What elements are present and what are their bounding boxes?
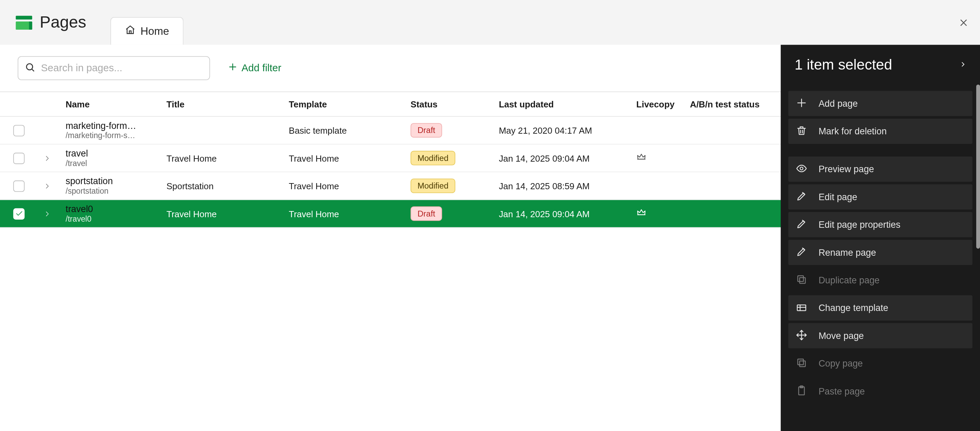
page-name: travel0	[65, 204, 156, 214]
cell-updated: May 21, 2020 04:17 AM	[488, 125, 626, 136]
close-button[interactable]	[959, 18, 969, 30]
col-header-livecopy[interactable]: Livecopy	[626, 99, 681, 109]
action-paste-page: Paste page	[788, 378, 972, 404]
action-duplicate-page: Duplicate page	[788, 268, 972, 293]
svg-rect-2	[800, 277, 805, 283]
expand-toggle[interactable]	[38, 155, 57, 161]
status-badge: Draft	[410, 206, 442, 221]
action-copy-page: Copy page	[788, 351, 972, 376]
app-title: Pages	[40, 13, 86, 32]
page-path: /marketing-form-s…	[65, 131, 156, 140]
svg-rect-3	[798, 276, 803, 281]
action-label: Move page	[818, 331, 864, 341]
add-filter-button[interactable]: Add filter	[228, 62, 282, 74]
col-header-updated[interactable]: Last updated	[488, 99, 626, 109]
crown-icon	[636, 154, 646, 164]
pencil-icon	[796, 246, 807, 259]
action-change-template[interactable]: Change template	[788, 295, 972, 321]
tab-label: Home	[140, 25, 169, 38]
col-header-status[interactable]: Status	[399, 99, 488, 109]
page-name: sportstation	[65, 176, 156, 187]
action-add-page[interactable]: Add page	[788, 91, 972, 116]
status-badge: Modified	[410, 179, 456, 193]
page-path: /sportstation	[65, 187, 156, 196]
action-label: Preview page	[818, 164, 874, 174]
app-header: Pages Home	[0, 0, 980, 45]
cell-name: sportstation /sportstation	[57, 176, 156, 195]
col-header-name[interactable]: Name	[57, 99, 156, 109]
row-checkbox[interactable]	[13, 125, 24, 136]
cell-template: Travel Home	[277, 209, 399, 219]
action-label: Edit page properties	[818, 220, 900, 230]
action-mark-for-deletion[interactable]: Mark for deletion	[788, 119, 972, 144]
svg-point-1	[800, 167, 803, 169]
action-label: Edit page	[818, 192, 857, 202]
chevron-right-icon	[960, 56, 966, 73]
search-input-wrapper[interactable]	[18, 56, 210, 80]
cell-name: travel /travel	[57, 148, 156, 168]
cell-title: Sportstation	[156, 181, 277, 191]
action-label: Add page	[818, 99, 858, 109]
move-icon	[796, 329, 807, 342]
cell-status: Modified	[399, 179, 488, 193]
search-icon	[24, 61, 36, 75]
cell-template: Basic template	[277, 125, 399, 136]
expand-toggle[interactable]	[38, 183, 57, 189]
add-filter-label: Add filter	[242, 62, 282, 73]
selection-count-label: 1 item selected	[795, 56, 892, 73]
cell-title: Travel Home	[156, 153, 277, 163]
action-edit-page[interactable]: Edit page	[788, 184, 972, 209]
page-name: marketing-form…	[65, 120, 156, 131]
status-badge: Draft	[410, 123, 442, 138]
pencil-icon	[796, 190, 807, 204]
cell-livecopy	[626, 152, 681, 164]
selection-panel-header[interactable]: 1 item selected	[781, 45, 980, 85]
scrollbar-thumb[interactable]	[976, 85, 980, 249]
cell-title: Travel Home	[156, 209, 277, 219]
svg-point-0	[27, 64, 33, 70]
cell-status: Modified	[399, 151, 488, 165]
col-header-abtest[interactable]: A/B/n test status	[681, 99, 780, 109]
row-checkbox[interactable]	[13, 180, 24, 191]
row-checkbox[interactable]	[13, 152, 24, 164]
cell-template: Travel Home	[277, 181, 399, 191]
action-move-page[interactable]: Move page	[788, 323, 972, 348]
copy-icon	[796, 357, 807, 370]
page-name: travel	[65, 148, 156, 159]
action-rename-page[interactable]: Rename page	[788, 240, 972, 265]
action-label: Duplicate page	[818, 275, 880, 286]
cell-livecopy	[626, 208, 681, 220]
tab-home[interactable]: Home	[110, 17, 183, 45]
copy-icon	[796, 273, 807, 287]
svg-rect-5	[800, 361, 805, 367]
clipboard-icon	[796, 385, 807, 398]
cell-name: marketing-form… /marketing-form-s…	[57, 120, 156, 140]
status-badge: Modified	[410, 151, 456, 165]
cell-updated: Jan 14, 2025 09:04 AM	[488, 153, 626, 163]
plus-icon	[796, 97, 807, 110]
col-header-template[interactable]: Template	[277, 99, 399, 109]
expand-toggle[interactable]	[38, 211, 57, 217]
eye-icon	[796, 163, 807, 176]
crown-icon	[636, 209, 646, 220]
home-icon	[125, 24, 135, 38]
grid-icon	[796, 302, 807, 315]
row-checkbox[interactable]	[13, 208, 24, 219]
col-header-title[interactable]: Title	[156, 99, 277, 109]
cell-status: Draft	[399, 206, 488, 221]
action-label: Mark for deletion	[818, 126, 887, 136]
action-label: Paste page	[818, 386, 865, 397]
page-path: /travel	[65, 159, 156, 168]
action-label: Rename page	[818, 247, 876, 257]
cell-updated: Jan 14, 2025 08:59 AM	[488, 181, 626, 191]
cell-name: travel0 /travel0	[57, 204, 156, 223]
selection-panel: 1 item selected Add page Mark for deleti…	[781, 45, 980, 431]
action-label: Change template	[818, 303, 888, 313]
cell-status: Draft	[399, 123, 488, 138]
action-edit-page-properties[interactable]: Edit page properties	[788, 212, 972, 237]
svg-rect-4	[797, 305, 806, 310]
action-label: Copy page	[818, 358, 863, 369]
action-preview-page[interactable]: Preview page	[788, 156, 972, 182]
search-input[interactable]	[41, 62, 203, 73]
page-path: /travel0	[65, 214, 156, 223]
